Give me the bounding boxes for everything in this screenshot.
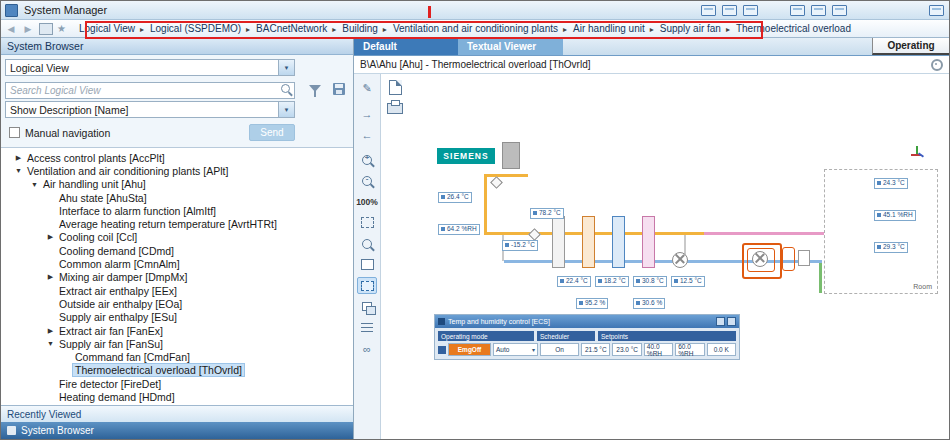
setpoint-value[interactable]: 40.0 %RH (644, 343, 673, 356)
tree-item[interactable]: Outside air enthalpy [EOa] (1, 297, 353, 310)
damper-icon[interactable] (528, 228, 541, 241)
search-icon[interactable] (281, 84, 290, 93)
tree-item[interactable]: Average heating return temperature [Avrt… (1, 217, 353, 230)
sensor-value: 30.6 % (633, 298, 665, 309)
filter-section[interactable] (552, 216, 565, 268)
layout-rows-icon[interactable] (811, 5, 826, 16)
supply-fan-icon[interactable] (752, 251, 768, 267)
expand-icon[interactable] (45, 273, 56, 281)
heating-coil-section[interactable] (582, 216, 595, 268)
collapse-icon[interactable] (29, 181, 40, 188)
back-nav-icon[interactable]: ◀ (4, 22, 18, 35)
layout-dual-pane-icon[interactable] (722, 5, 737, 16)
setpoint-value[interactable]: 23.0 °C (612, 343, 641, 356)
setpoint-value[interactable]: 0.0 K (707, 343, 736, 356)
select-rect-icon[interactable] (357, 256, 377, 273)
layout-columns-icon[interactable] (790, 5, 805, 16)
collapse-icon[interactable] (13, 167, 24, 174)
tree-item[interactable]: Command fan [CmdFan] (1, 350, 353, 363)
filter-icon[interactable] (309, 85, 321, 92)
cooling-coil-section[interactable] (612, 216, 625, 268)
scheduler-value[interactable]: On (540, 343, 579, 356)
control-panel-body: Operating mode Scheduler Setpoints EmgOf… (435, 328, 739, 359)
tree-item[interactable]: Heating demand [HDmd] (1, 390, 353, 403)
breadcrumb-item[interactable]: Thermoelectrical overload (733, 23, 854, 34)
damper-icon[interactable] (490, 176, 503, 189)
emergency-off-value[interactable]: EmgOff (448, 343, 491, 356)
tree-item[interactable]: Supply air fan [FanSu] (1, 337, 353, 350)
target-pin-icon[interactable] (931, 59, 943, 71)
tree-item[interactable]: Mixing air damper [DmpMx] (1, 271, 353, 284)
tab-default[interactable]: Default (354, 38, 458, 55)
expand-icon[interactable] (45, 327, 56, 335)
extract-fan-icon[interactable] (672, 252, 688, 268)
layout-grid-icon[interactable] (832, 5, 847, 16)
setpoint-value[interactable]: 60.0 %RH (675, 343, 704, 356)
section-scheduler: Scheduler (537, 331, 595, 341)
magnifier-icon[interactable] (357, 235, 377, 252)
graphic-view-icon[interactable] (39, 23, 53, 35)
control-panel-titlebar[interactable]: Temp and humidity control [ECS] (435, 315, 739, 328)
zoom-out-icon[interactable] (357, 172, 377, 189)
tree-item[interactable]: Supply air enthalpy [ESu] (1, 311, 353, 324)
breadcrumb-item[interactable]: Logical (SSPDEMO) (147, 23, 253, 34)
chevron-down-icon[interactable]: ▼ (278, 60, 294, 75)
description-selector-dropdown[interactable]: Show Description [Name] ▼ (5, 101, 295, 118)
object-path: B\A\Ahu [Ahu] - Thermoelectrical overloa… (360, 59, 590, 70)
setpoint-value[interactable]: 21.5 °C (581, 343, 610, 356)
zoom-fit-icon[interactable] (357, 214, 377, 231)
new-document-icon[interactable] (389, 80, 402, 95)
expand-icon[interactable] (45, 233, 56, 241)
navigate-forward-icon[interactable]: → (357, 105, 377, 122)
sensor-value: 29.3 °C (874, 242, 908, 253)
tree-item[interactable]: Access control plants [AccPlt] (1, 151, 353, 164)
tree-item[interactable]: Common alarm [CmnAlm] (1, 257, 353, 270)
zoom-in-icon[interactable] (357, 151, 377, 168)
system-browser-bottom-bar[interactable]: System Browser (1, 422, 353, 439)
breadcrumb-item[interactable]: Ventilation and air conditioning plants (390, 23, 570, 34)
collapse-icon[interactable] (45, 340, 56, 347)
tree-item[interactable]: Cooling demand [CDmd] (1, 244, 353, 257)
tree-item-selected[interactable]: Thermoelectrical overload [ThOvrld] (1, 364, 353, 377)
breadcrumb-item[interactable]: Building (339, 23, 390, 34)
navigate-back-icon[interactable]: ← (357, 126, 377, 143)
send-button[interactable]: Send (249, 124, 295, 141)
save-icon[interactable] (333, 83, 345, 95)
tree-item[interactable]: Ventilation and air conditioning plants … (1, 164, 353, 177)
panel-close-icon[interactable] (727, 317, 736, 326)
breadcrumb-item[interactable]: Supply air fan (657, 23, 733, 34)
print-icon[interactable] (387, 103, 403, 114)
manual-navigation-checkbox[interactable] (9, 127, 20, 138)
compare-views-icon[interactable] (357, 298, 377, 315)
mode-dropdown[interactable]: Auto (493, 343, 538, 356)
tree-item[interactable]: Extract air enthalpy [EEx] (1, 284, 353, 297)
expand-icon[interactable] (13, 154, 24, 162)
link-view-icon[interactable]: ∞ (357, 340, 377, 357)
panel-minimize-icon[interactable] (716, 317, 725, 326)
tree-item[interactable]: Extract air fan [FanEx] (1, 324, 353, 337)
view-selector-dropdown[interactable]: Logical View ▼ (5, 59, 295, 76)
tree-item[interactable]: Air handling unit [Ahu] (1, 178, 353, 191)
favorites-star-icon[interactable]: ★ (57, 23, 66, 34)
tab-textual-viewer[interactable]: Textual Viewer (458, 38, 563, 55)
tree-item[interactable]: Fire detector [FireDet] (1, 377, 353, 390)
chevron-down-icon[interactable]: ▼ (278, 102, 294, 117)
layout-single-pane-icon[interactable] (701, 5, 716, 16)
help-icon[interactable] (929, 5, 944, 16)
tree-item[interactable]: Cooling coil [Ccl] (1, 231, 353, 244)
layers-icon[interactable] (357, 319, 377, 336)
section-operating-mode: Operating mode (438, 331, 534, 341)
tree-item[interactable]: Interface to alarm function [AlmItf] (1, 204, 353, 217)
breadcrumb-item[interactable]: BACnetNetwork (253, 23, 339, 34)
operating-button[interactable]: Operating (872, 38, 949, 55)
search-input[interactable] (5, 82, 295, 99)
tree-item[interactable]: Ahu state [AhuSta] (1, 191, 353, 204)
zoom-area-icon[interactable] (357, 277, 377, 294)
layout-quad-pane-icon[interactable] (743, 5, 758, 16)
breadcrumb-item[interactable]: Air handling unit (570, 23, 657, 34)
humidifier-section[interactable] (642, 216, 655, 268)
breadcrumb-item[interactable]: Logical View (76, 23, 147, 34)
pencil-tool-icon[interactable]: ✎ (357, 80, 377, 97)
forward-nav-icon[interactable]: ▶ (21, 22, 35, 35)
recently-viewed-bar[interactable]: Recently Viewed (1, 405, 353, 422)
